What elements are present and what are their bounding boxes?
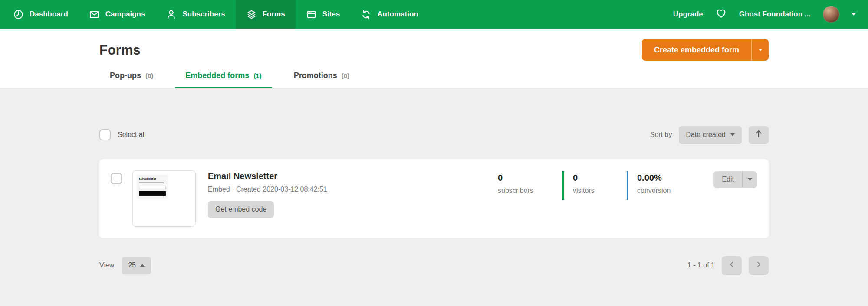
sync-icon: [361, 9, 372, 20]
form-row-info: Email Newsletter Embed · Created 2020-03…: [208, 170, 327, 218]
avatar[interactable]: [823, 6, 839, 23]
stat-label: subscribers: [498, 187, 562, 195]
tab-label: Embedded forms: [185, 71, 249, 80]
nav-item-dashboard[interactable]: Dashboard: [3, 0, 79, 29]
chevron-down-icon: [748, 178, 752, 181]
main-content: Select all Sort by Date created: [0, 89, 868, 274]
thumbnail-mini-form: Newsletter: [137, 175, 168, 199]
sort-group: Sort by Date created: [650, 126, 769, 143]
nav-item-label: Forms: [263, 10, 285, 19]
create-form-dropdown-button[interactable]: [751, 39, 769, 61]
stat-value: 0.00%: [637, 173, 691, 183]
tab-count: (0): [145, 72, 153, 79]
view-group: View 25: [99, 257, 151, 274]
nav-item-label: Subscribers: [182, 10, 225, 19]
stat-value: 0: [498, 173, 562, 183]
nav-item-subscribers[interactable]: Subscribers: [155, 0, 235, 29]
tab-count: (0): [342, 72, 349, 79]
select-all[interactable]: Select all: [99, 129, 146, 140]
form-title[interactable]: Email Newsletter: [208, 171, 327, 181]
tab-embedded-forms[interactable]: Embedded forms (1): [175, 71, 272, 88]
nav-item-forms[interactable]: Forms: [236, 0, 296, 29]
thumbnail-text-line: [139, 182, 164, 183]
nav-item-automation[interactable]: Automation: [350, 0, 428, 29]
tab-promotions[interactable]: Promotions (0): [283, 71, 360, 88]
create-embedded-form-button[interactable]: Create embedded form: [642, 39, 751, 61]
sort-field-value: Date created: [686, 131, 726, 139]
stat-conversion: 0.00% conversion: [627, 171, 691, 200]
chevron-up-icon: [140, 264, 145, 267]
tab-popups[interactable]: Pop-ups (0): [99, 71, 164, 88]
sort-field-dropdown[interactable]: Date created: [679, 126, 742, 143]
chevron-down-icon: [730, 133, 735, 136]
top-navigation: Dashboard Campaigns Subscribers Forms: [0, 0, 868, 29]
nav-item-sites[interactable]: Sites: [296, 0, 351, 29]
envelope-icon: [89, 9, 100, 20]
form-stats: 0 subscribers 0 visitors 0.00% conversio…: [498, 171, 691, 200]
row-checkbox[interactable]: [111, 173, 122, 184]
sort-direction-button[interactable]: [749, 126, 769, 143]
dashboard-clock-icon: [13, 9, 24, 20]
form-meta: Embed · Created 2020-03-12 08:42:51: [208, 186, 327, 193]
stat-value: 0: [573, 173, 627, 183]
tab-label: Pop-ups: [110, 71, 141, 80]
thumbnail-subscribe-button: [139, 191, 166, 196]
nav-item-label: Automation: [377, 10, 418, 19]
select-all-checkbox[interactable]: [99, 129, 111, 140]
form-thumbnail[interactable]: Newsletter: [132, 170, 196, 227]
edit-button[interactable]: Edit: [713, 171, 743, 188]
layers-icon: [246, 9, 257, 20]
list-toolbar: Select all Sort by Date created: [99, 89, 769, 143]
stat-label: visitors: [573, 187, 627, 195]
list-footer: View 25 1 - 1 of 1: [99, 256, 769, 274]
stat-label: conversion: [637, 187, 691, 195]
nav-item-label: Campaigns: [105, 10, 145, 19]
page-size-value: 25: [128, 261, 136, 269]
chevron-left-icon: [728, 261, 735, 270]
nav-item-campaigns[interactable]: Campaigns: [79, 0, 156, 29]
page-size-dropdown[interactable]: 25: [122, 257, 151, 274]
account-name[interactable]: Ghost Foundation ...: [739, 10, 811, 19]
nav-item-label: Dashboard: [30, 10, 68, 19]
sort-by-label: Sort by: [650, 131, 672, 139]
tab-label: Promotions: [294, 71, 337, 80]
page-header: Forms Create embedded form Pop-ups (0) E…: [0, 29, 868, 89]
prev-page-button[interactable]: [722, 256, 742, 274]
get-embed-code-button[interactable]: Get embed code: [208, 201, 274, 218]
thumbnail-heading: Newsletter: [139, 177, 166, 181]
browser-icon: [306, 9, 317, 20]
select-all-label: Select all: [118, 131, 146, 139]
heart-icon[interactable]: [715, 7, 727, 21]
stat-subscribers: 0 subscribers: [498, 171, 562, 200]
pagination: 1 - 1 of 1: [687, 256, 769, 274]
chevron-down-icon: [758, 49, 763, 51]
nav-item-label: Sites: [322, 10, 340, 19]
next-page-button[interactable]: [749, 256, 769, 274]
arrow-up-icon: [755, 130, 763, 140]
view-label: View: [99, 261, 114, 269]
tabs: Pop-ups (0) Embedded forms (1) Promotion…: [99, 71, 769, 88]
chevron-right-icon: [755, 261, 762, 270]
nav-right-group: Upgrade Ghost Foundation ...: [673, 0, 856, 29]
form-row: Newsletter Email Newsletter Embed · Crea…: [99, 159, 769, 238]
chevron-down-icon[interactable]: [852, 13, 856, 16]
upgrade-link[interactable]: Upgrade: [673, 10, 703, 19]
edit-button-group: Edit: [713, 171, 757, 188]
tab-count: (1): [253, 72, 261, 79]
pagination-range: 1 - 1 of 1: [687, 261, 715, 269]
thumbnail-input-field: [139, 186, 166, 189]
stat-visitors: 0 visitors: [562, 171, 627, 200]
person-icon: [166, 9, 177, 20]
edit-dropdown-button[interactable]: [743, 171, 757, 188]
create-embedded-form-button-group: Create embedded form: [642, 39, 769, 61]
